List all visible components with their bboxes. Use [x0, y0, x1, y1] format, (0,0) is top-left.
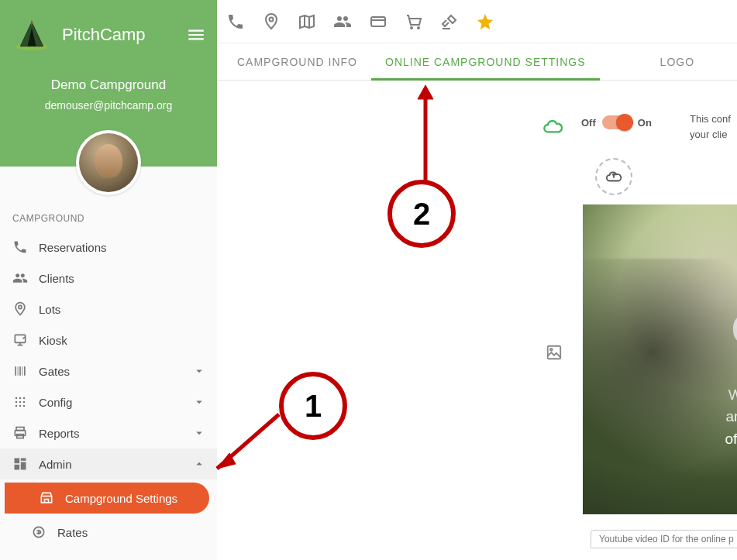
hero-paragraph: We invite you t and meet us pe of employ… [717, 384, 737, 451]
svg-point-26 [270, 17, 274, 21]
svg-rect-7 [22, 366, 23, 376]
svg-rect-8 [24, 366, 26, 376]
sidebar-item-kiosk[interactable]: Kiosk [0, 325, 217, 356]
svg-point-13 [19, 401, 22, 404]
toggle-off-label: Off [581, 117, 596, 129]
tab-online-settings[interactable]: ONLINE CAMPGROUND SETTINGS [371, 43, 600, 80]
brand-logo [12, 15, 51, 54]
card-icon[interactable] [369, 12, 387, 31]
gavel-icon[interactable] [440, 12, 459, 31]
sidebar-item-reservations[interactable]: Reservations [0, 232, 217, 263]
subitem-campground-settings[interactable]: Campground Settings [5, 483, 209, 514]
svg-point-17 [23, 405, 26, 407]
youtube-id-field[interactable]: Youtube video ID for the online p [591, 530, 737, 548]
menu-toggle-icon[interactable] [184, 23, 208, 46]
main-area: CAMPGROUND INFO ONLINE CAMPGROUND SETTIN… [217, 0, 737, 560]
nav-section-label: CAMPGROUND [0, 204, 217, 232]
cloud-icon [542, 119, 564, 135]
svg-rect-4 [15, 366, 16, 376]
svg-point-28 [411, 27, 412, 29]
sidebar-item-config[interactable]: Config [0, 387, 217, 417]
hero-title-2: Cam [731, 305, 737, 353]
tab-campground-info[interactable]: CAMPGROUND INFO [223, 43, 371, 80]
svg-rect-27 [371, 17, 385, 26]
sidebar-item-label: Admin [39, 458, 72, 471]
svg-rect-23 [21, 462, 26, 470]
online-toggle[interactable]: Off On [581, 115, 652, 129]
subitem-label: Rates [57, 526, 88, 539]
svg-rect-24 [15, 465, 20, 470]
svg-marker-35 [418, 85, 433, 99]
avatar[interactable] [76, 130, 141, 195]
sidebar: PitchCamp Demo Campground demouser@pitch… [0, 0, 217, 560]
phone-icon [12, 239, 28, 255]
pin-icon [12, 301, 28, 317]
phone-icon[interactable] [226, 12, 245, 31]
svg-rect-21 [15, 459, 20, 464]
subitem-label: Campground Settings [65, 492, 177, 505]
config-line: your clie [690, 127, 731, 143]
store-icon [39, 490, 54, 506]
config-line: This conf [690, 112, 731, 127]
map-icon[interactable] [298, 12, 316, 31]
sidebar-item-label: Clients [39, 272, 74, 285]
pin-icon[interactable] [262, 12, 281, 31]
sidebar-item-label: Kiosk [39, 334, 67, 347]
annotation-1: 1 [279, 372, 347, 440]
tab-label: CAMPGROUND INFO [237, 56, 357, 68]
sidebar-header: PitchCamp Demo Campground demouser@pitch… [0, 0, 217, 167]
svg-point-12 [15, 401, 18, 404]
sidebar-item-label: Reservations [39, 241, 107, 254]
barcode-icon [12, 363, 28, 379]
print-icon [12, 425, 28, 441]
svg-point-2 [19, 305, 22, 308]
sidebar-item-lots[interactable]: Lots [0, 294, 217, 325]
upload-logo-button[interactable] [595, 158, 632, 195]
star-icon[interactable] [476, 12, 494, 31]
sidebar-item-gates[interactable]: Gates [0, 356, 217, 387]
svg-point-11 [23, 397, 26, 400]
dashboard-icon [12, 456, 28, 472]
sidebar-item-clients[interactable]: Clients [0, 263, 217, 294]
hero-line: We invite you t [728, 387, 737, 403]
content-area: Off On This conf your clie Aw Cam We inv… [217, 81, 737, 560]
hero-line: of employees, it [725, 431, 737, 447]
tab-label: ONLINE CAMPGROUND SETTINGS [385, 56, 586, 68]
config-description: This conf your clie [690, 112, 731, 142]
toggle-switch[interactable] [602, 115, 632, 129]
svg-rect-6 [19, 366, 21, 376]
svg-point-14 [23, 401, 26, 404]
sidebar-item-admin[interactable]: Admin [0, 448, 217, 479]
toolbar [217, 0, 737, 43]
cart-icon[interactable] [405, 12, 423, 31]
image-placeholder-icon [546, 344, 563, 361]
chevron-down-icon [192, 364, 206, 378]
people-icon[interactable] [333, 12, 352, 31]
kiosk-icon [12, 332, 28, 348]
svg-rect-22 [21, 459, 26, 461]
brand-title: PitchCamp [62, 25, 146, 45]
people-icon [12, 270, 28, 286]
sidebar-item-reports[interactable]: Reports [0, 417, 217, 448]
tab-logo[interactable]: LOGO [646, 43, 708, 80]
annotation-number: 2 [413, 197, 430, 232]
sidebar-item-label: Lots [39, 303, 60, 316]
svg-point-29 [418, 27, 419, 29]
toggle-on-label: On [638, 117, 652, 129]
account-name: Demo Campground [12, 77, 205, 93]
sidebar-item-label: Reports [39, 427, 80, 440]
account-email: demouser@pitchcamp.org [12, 99, 205, 112]
svg-point-16 [19, 405, 22, 407]
tab-label: LOGO [660, 56, 694, 68]
sidebar-item-label: Gates [39, 365, 70, 378]
svg-point-31 [550, 349, 553, 351]
subitem-rates[interactable]: Rates [0, 517, 217, 548]
svg-point-9 [15, 397, 18, 400]
brand-row: PitchCamp [12, 15, 205, 54]
grid-icon [12, 394, 28, 410]
hero-image: Aw Cam We invite you t and meet us pe of… [583, 204, 737, 514]
svg-point-15 [15, 405, 18, 407]
nav-list: Reservations Clients Lots Kiosk Gates [0, 232, 217, 479]
admin-sublist: Campground Settings Rates [0, 479, 217, 548]
coin-icon [31, 524, 46, 540]
